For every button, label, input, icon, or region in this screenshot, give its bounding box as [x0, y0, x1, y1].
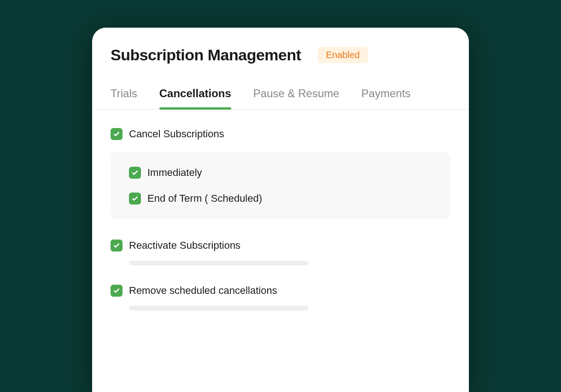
section-remove: Remove scheduled cancellations: [111, 285, 450, 310]
tab-content: Cancel Subscriptions Immediately End of …: [92, 110, 469, 348]
label-immediately: Immediately: [147, 167, 202, 179]
label-remove-scheduled: Remove scheduled cancellations: [129, 285, 277, 297]
tab-trials[interactable]: Trials: [111, 87, 137, 109]
option-cancel-subscriptions: Cancel Subscriptions: [111, 128, 450, 140]
placeholder-line: [129, 306, 309, 310]
label-end-of-term: End of Term ( Scheduled): [147, 193, 262, 205]
option-reactivate: Reactivate Subscriptions: [111, 240, 450, 252]
section-reactivate: Reactivate Subscriptions: [111, 240, 450, 265]
tab-cancellations[interactable]: Cancellations: [159, 87, 231, 109]
option-immediately: Immediately: [129, 167, 432, 179]
checkbox-remove-scheduled[interactable]: [111, 285, 123, 297]
label-cancel: Cancel Subscriptions: [129, 128, 224, 140]
check-icon: [113, 287, 120, 294]
cancel-sub-options: Immediately End of Term ( Scheduled): [111, 152, 450, 219]
checkbox-cancel[interactable]: [111, 128, 123, 140]
tab-payments[interactable]: Payments: [362, 87, 411, 109]
checkbox-reactivate[interactable]: [111, 240, 123, 252]
label-reactivate: Reactivate Subscriptions: [129, 240, 240, 252]
option-end-of-term: End of Term ( Scheduled): [129, 193, 432, 205]
tab-pause-resume[interactable]: Pause & Resume: [253, 87, 339, 109]
settings-card: Subscription Management Enabled Trials C…: [92, 28, 469, 392]
check-icon: [113, 130, 120, 138]
placeholder-line: [129, 261, 309, 265]
tabs-bar: Trials Cancellations Pause & Resume Paym…: [92, 87, 469, 110]
checkbox-immediately[interactable]: [129, 167, 141, 179]
check-icon: [113, 242, 120, 249]
checkbox-end-of-term[interactable]: [129, 193, 141, 205]
check-icon: [131, 195, 139, 202]
page-title: Subscription Management: [111, 46, 301, 64]
check-icon: [131, 169, 139, 176]
option-remove-scheduled: Remove scheduled cancellations: [111, 285, 450, 297]
card-header: Subscription Management Enabled: [92, 46, 469, 64]
status-badge: Enabled: [318, 47, 368, 63]
